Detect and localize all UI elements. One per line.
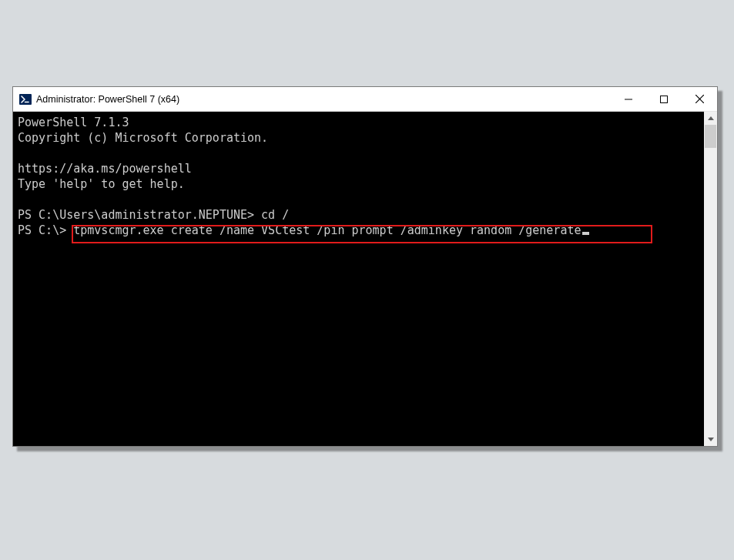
terminal-line: Type 'help' to get help. <box>18 177 185 191</box>
prompt-prefix: PS C:\Users\administrator.NEPTUNE> <box>18 208 261 222</box>
prompt-command: tpmvscmgr.exe create /name VSCtest /pin … <box>73 223 581 237</box>
titlebar[interactable]: Administrator: PowerShell 7 (x64) <box>13 87 717 112</box>
window-title: Administrator: PowerShell 7 (x64) <box>36 94 179 105</box>
terminal-line: Copyright (c) Microsoft Corporation. <box>18 131 268 145</box>
vertical-scrollbar[interactable] <box>704 112 717 446</box>
powershell-window: Administrator: PowerShell 7 (x64) PowerS… <box>12 86 718 447</box>
terminal-output[interactable]: PowerShell 7.1.3 Copyright (c) Microsoft… <box>13 112 704 446</box>
prompt-prefix: PS C:\> <box>18 223 73 237</box>
powershell-icon <box>19 93 32 106</box>
terminal-line: PowerShell 7.1.3 <box>18 116 129 129</box>
scroll-thumb[interactable] <box>705 125 716 148</box>
client-area: PowerShell 7.1.3 Copyright (c) Microsoft… <box>13 112 717 446</box>
maximize-button[interactable] <box>646 87 682 111</box>
window-controls <box>611 87 717 111</box>
scroll-down-arrow-icon[interactable] <box>704 433 717 446</box>
scroll-up-arrow-icon[interactable] <box>704 112 717 125</box>
close-button[interactable] <box>682 87 717 111</box>
svg-rect-0 <box>19 94 32 105</box>
terminal-line: https://aka.ms/powershell <box>18 162 192 176</box>
svg-rect-3 <box>661 96 668 102</box>
prompt-command: cd / <box>261 208 289 222</box>
minimize-button[interactable] <box>611 87 646 111</box>
text-cursor <box>582 232 589 235</box>
